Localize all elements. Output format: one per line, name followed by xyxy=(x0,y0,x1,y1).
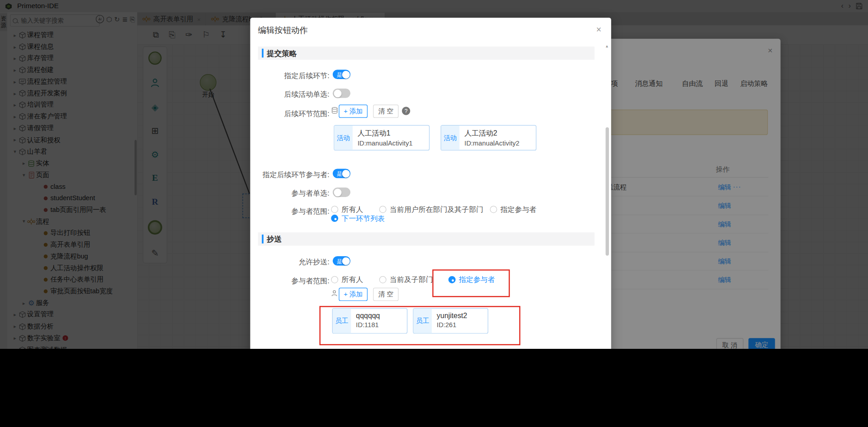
close-icon[interactable]: × xyxy=(596,25,601,35)
participant-scope-icon xyxy=(331,290,338,298)
radio-icon[interactable] xyxy=(379,206,387,213)
label-cc-scope: 参与者范围: xyxy=(250,276,329,286)
highlight-box-employees xyxy=(320,306,520,345)
activity-name: 人工活动2 xyxy=(464,128,519,138)
activity-tag: 活动 xyxy=(335,126,353,150)
activity-card: 活动人工活动2ID:manualActivity2 xyxy=(441,125,537,150)
radio-next-step-list[interactable]: 下一环节列表 xyxy=(331,214,385,222)
radio-label: 所有人 xyxy=(342,275,363,285)
add-next-activity-button[interactable]: + 添加 xyxy=(339,104,368,117)
section-accent xyxy=(262,235,264,244)
label-next-single: 后续活动单选: xyxy=(250,89,329,99)
label-next-scope: 后续环节范围: xyxy=(250,109,329,119)
radio-participant-scope-1[interactable]: 当前用户所在部门及其子部门 xyxy=(379,205,483,213)
radio-participant-scope-0[interactable]: 所有人 xyxy=(331,205,363,213)
toggle-knob xyxy=(342,257,349,265)
radio-participant-scope-2[interactable]: 指定参与者 xyxy=(490,205,537,213)
radio-cc-scope-0[interactable]: 所有人 xyxy=(331,276,363,284)
radio-cc-scope-1[interactable]: 当前及子部门 xyxy=(379,276,433,284)
radio-label: 指定参与者 xyxy=(500,204,537,214)
section-submit-strategy: 提交策略 xyxy=(258,47,594,60)
radio-icon[interactable] xyxy=(331,215,338,222)
label-participant-single: 参与者单选: xyxy=(250,189,329,199)
radio-icon[interactable] xyxy=(331,276,338,283)
toggle-knob xyxy=(334,89,341,97)
scroll-up-icon[interactable]: ▲ xyxy=(605,44,609,48)
toggle-specify-next[interactable]: 是 xyxy=(333,70,350,79)
label-participant-scope: 参与者范围: xyxy=(250,206,329,216)
toggle-knob xyxy=(334,188,341,196)
radio-label: 当前用户所在部门及其子部门 xyxy=(390,204,483,214)
label-specify-participant: 指定后续环节参与者: xyxy=(250,170,329,180)
dialog-scrollbar[interactable] xyxy=(606,127,609,256)
toggle-knob xyxy=(342,169,349,177)
label-specify-next: 指定后续环节: xyxy=(250,71,329,81)
dialog-title: 编辑按钮动作 xyxy=(258,25,308,36)
radio-label: 下一环节列表 xyxy=(342,213,385,223)
toggle-knob xyxy=(342,70,349,78)
activity-scope-icon xyxy=(331,107,338,116)
highlight-box-radio xyxy=(432,269,509,297)
ide-window: Primeton-IDE ‹› 资源 AI⬡↻≣⎘ ▸课程管理▸课程信息▸库存管… xyxy=(0,0,868,349)
activity-tag: 活动 xyxy=(441,126,459,150)
section-cc: 抄送 xyxy=(258,232,594,245)
toggle-specify-participant[interactable]: 是 xyxy=(333,169,350,178)
toggle-participant-single[interactable] xyxy=(333,188,350,197)
radio-icon[interactable] xyxy=(331,206,338,213)
toggle-next-single[interactable] xyxy=(333,89,350,98)
help-icon[interactable]: ? xyxy=(402,107,410,115)
activity-name: 人工活动1 xyxy=(358,128,413,138)
activity-id: ID:manualActivity1 xyxy=(358,140,413,147)
add-cc-participant-button[interactable]: + 添加 xyxy=(339,288,368,301)
activity-card: 活动人工活动1ID:manualActivity1 xyxy=(334,125,429,150)
clear-cc-participant-button[interactable]: 清 空 xyxy=(373,288,398,301)
section-accent xyxy=(262,49,264,58)
clear-next-activity-button[interactable]: 清 空 xyxy=(373,104,398,117)
activity-id: ID:manualActivity2 xyxy=(464,140,519,147)
radio-icon[interactable] xyxy=(490,206,497,213)
edit-button-action-dialog: 编辑按钮动作 × ▲ 提交策略 指定后续环节: 是 后续活动单选: 后续环节范围… xyxy=(250,18,611,349)
label-allow-cc: 允许抄送: xyxy=(250,257,329,267)
radio-label: 当前及子部门 xyxy=(390,275,433,285)
toggle-allow-cc[interactable]: 是 xyxy=(333,256,350,266)
radio-icon[interactable] xyxy=(379,276,387,283)
